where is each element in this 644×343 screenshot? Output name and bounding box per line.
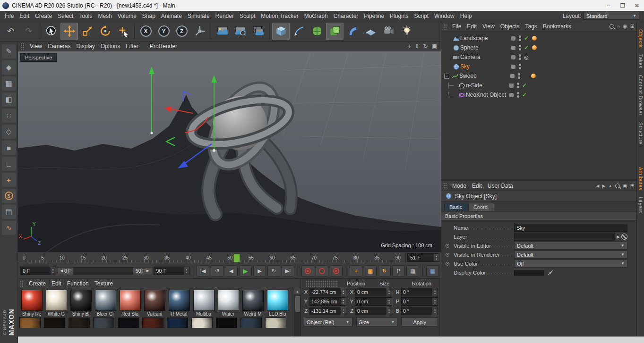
camera-link-icon[interactable]: ◎ — [522, 54, 531, 60]
nav-up-icon[interactable]: ▲ — [608, 184, 612, 188]
search-icon[interactable] — [610, 24, 614, 29]
menu-snap[interactable]: Snap — [139, 13, 158, 19]
material-preview[interactable] — [144, 290, 165, 311]
y-axis-lock[interactable]: Y — [155, 23, 172, 40]
object-row-sweep[interactable]: − Sweep — [441, 71, 636, 81]
snap-settings-icon[interactable]: S — [2, 189, 16, 203]
size-mode-dropdown[interactable]: Size▼ — [356, 318, 398, 326]
menu-simulate[interactable]: Simulate — [185, 13, 213, 19]
material-preview[interactable] — [70, 290, 92, 311]
size-x-field[interactable]: ▲▼ — [355, 288, 392, 296]
range-start-stepper[interactable]: ▲▼ — [51, 267, 56, 275]
om-menu-tags[interactable]: Tags — [523, 23, 540, 30]
om-menu-view[interactable]: View — [480, 23, 498, 30]
scale-tool[interactable] — [78, 23, 96, 40]
menu-window[interactable]: Window — [431, 13, 457, 19]
mat-menu-function[interactable]: Function — [64, 280, 92, 287]
enabled-check-icon[interactable]: ✓ — [522, 44, 531, 51]
layer-chip[interactable] — [510, 74, 515, 78]
name-field[interactable] — [514, 224, 627, 232]
position-z-field[interactable]: ▲▼ — [309, 307, 346, 315]
keyframe-selection-button[interactable] — [330, 265, 343, 276]
material-item[interactable]: Shiny Bl — [69, 290, 93, 317]
mat-menu-create[interactable]: Create — [26, 280, 49, 287]
tab-objects[interactable]: Objects — [638, 26, 644, 51]
model-mode-icon[interactable]: ◆ — [2, 60, 16, 75]
material-preview[interactable] — [191, 318, 213, 328]
play-loop-button[interactable]: ↻ — [267, 265, 280, 276]
spline-smooth-icon[interactable]: ∿ — [2, 221, 16, 235]
menu-volume[interactable]: Volume — [115, 13, 139, 19]
menu-render[interactable]: Render — [213, 13, 237, 19]
key-parameter-toggle[interactable]: P — [392, 265, 405, 276]
material-preview[interactable] — [218, 290, 239, 311]
om-menu-bookmarks[interactable]: Bookmarks — [540, 23, 574, 30]
add-spline-pen-button[interactable] — [290, 23, 308, 40]
tab-content-browser[interactable]: Content Browser — [638, 72, 644, 119]
current-frame-field[interactable]: 51 F ▲▼ — [407, 253, 439, 262]
preview-range-slider[interactable]: ◀0 F 90 F▶ — [58, 267, 152, 275]
visible-editor-dropdown[interactable]: Default▼ — [514, 242, 627, 250]
tab-takes[interactable]: Takes — [638, 51, 644, 72]
rotate-tool[interactable] — [96, 23, 114, 40]
material-item[interactable]: Weird M — [240, 290, 265, 317]
menu-edit[interactable]: Edit — [17, 13, 32, 19]
enabled-check-icon[interactable]: ✓ — [522, 35, 531, 42]
material-preview[interactable] — [216, 318, 237, 328]
redo-button[interactable]: ↷ — [20, 23, 37, 40]
collapse-icon[interactable]: − — [444, 74, 449, 79]
axis-mode-icon[interactable]: ∟ — [2, 157, 16, 171]
rotation-h-field[interactable]: ▲▼ — [401, 288, 438, 296]
panel-menu-icon[interactable]: ⊞ — [630, 23, 635, 29]
material-preview[interactable] — [242, 290, 264, 311]
keyframe-circle-icon[interactable] — [446, 244, 449, 248]
coordinate-system-button[interactable] — [191, 23, 208, 40]
tab-layers[interactable]: Layers — [638, 193, 644, 217]
menu-animate[interactable]: Animate — [158, 13, 185, 19]
texture-tag-icon[interactable] — [531, 36, 538, 41]
material-preview[interactable] — [44, 318, 65, 328]
layer-browse-icon[interactable]: ▶ — [617, 234, 620, 239]
menu-sculpt[interactable]: Sculpt — [237, 13, 258, 19]
attr-menu-userdata[interactable]: User Data — [485, 183, 516, 189]
normal-move-icon[interactable]: + — [2, 173, 16, 187]
polygons-mode-icon[interactable]: ■ — [2, 141, 16, 155]
object-row-neoknot[interactable]: └╌ NeoKnot Object ✓ — [441, 90, 636, 100]
visibility-dots[interactable] — [517, 64, 522, 69]
frame-stepper[interactable]: ▲▼ — [434, 254, 439, 261]
mat-menu-texture[interactable]: Texture — [92, 280, 116, 287]
material-preview[interactable] — [265, 318, 286, 328]
layer-chip[interactable] — [509, 93, 514, 97]
range-end-field[interactable]: 90 F ▲▼ — [154, 267, 190, 275]
key-point-level-toggle[interactable]: ▦ — [406, 265, 419, 276]
material-item[interactable]: Vulcani — [142, 290, 167, 317]
edges-mode-icon[interactable]: ◇ — [2, 125, 16, 139]
tab-structure[interactable]: Structure — [638, 119, 644, 148]
layer-field[interactable] — [514, 233, 615, 241]
panel-grip[interactable] — [306, 280, 338, 287]
nav-forward-icon[interactable]: ▶ — [602, 184, 605, 188]
live-selection-tool[interactable] — [43, 23, 60, 40]
vp-menu-cameras[interactable]: Cameras — [45, 43, 74, 50]
maximize-button[interactable]: ❐ — [616, 0, 630, 11]
add-floor-button[interactable] — [362, 23, 379, 40]
material-item[interactable]: LED Blu — [265, 290, 290, 317]
layout-dropdown[interactable]: Standard▼ — [584, 12, 639, 20]
om-menu-edit[interactable]: Edit — [464, 23, 480, 30]
keyframe-presets-button[interactable]: ▦ — [426, 265, 439, 276]
display-color-swatch[interactable] — [514, 270, 544, 276]
material-preview[interactable] — [19, 318, 41, 328]
material-preview[interactable] — [240, 318, 262, 328]
last-used-tool[interactable] — [114, 23, 132, 40]
attr-menu-edit[interactable]: Edit — [469, 183, 485, 189]
material-preview[interactable] — [142, 318, 163, 328]
zoom-view-icon[interactable]: ⇕ — [415, 43, 420, 50]
enabled-check-icon[interactable]: ✓ — [520, 82, 529, 89]
material-item[interactable]: R Metal — [167, 290, 191, 317]
texture-tag-icon[interactable] — [530, 74, 537, 78]
panel-grip[interactable] — [443, 23, 447, 30]
coordinate-mode-dropdown[interactable]: Object (Rel)▼ — [304, 318, 352, 326]
visible-renderer-dropdown[interactable]: Default▼ — [514, 251, 627, 259]
key-rotation-toggle[interactable]: ↻ — [378, 265, 391, 276]
om-menu-objects[interactable]: Objects — [498, 23, 523, 30]
